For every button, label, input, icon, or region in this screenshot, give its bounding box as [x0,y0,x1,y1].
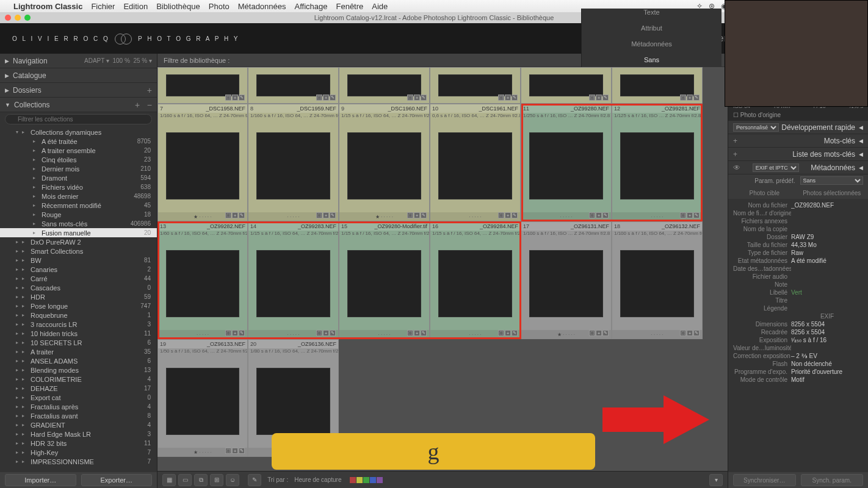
collection-item[interactable]: ▸▸HDR59 [0,292,157,301]
collection-item[interactable]: ▸▸High-Key7 [0,448,157,457]
sync-settings-button[interactable]: Synch. param. [801,474,864,486]
target-photo-button[interactable]: Photo cible [733,190,796,196]
collection-item[interactable]: ▸Sans mots-clés406986 [0,219,157,228]
collection-item[interactable]: ▸▸10 SECRETS LR6 [0,338,157,347]
grid-cell[interactable]: ⬚+✎ [157,67,248,104]
grid-cell[interactable]: 17_OZ96131.NEF 1/100 s à f / 16, ISO … Z… [521,221,612,339]
collection-item[interactable]: ▸▸BW81 [0,256,157,265]
panel-quickdev[interactable]: Personnalisé Développement rapide◀ [728,121,868,134]
menu-item[interactable]: Aide [372,2,388,11]
panel-catalogue[interactable]: ▶Catalogue [0,68,157,83]
collection-item[interactable]: ▸Cinq étoiles23 [0,155,157,164]
view-grid-icon[interactable]: ▦ [162,474,176,486]
collection-item[interactable]: ▸▸Cascades0 [0,283,157,292]
collection-item[interactable]: ▸▸Roquebrune1 [0,310,157,320]
grid-cell[interactable]: 13_OZ99282.NEF 1/60 s à f / 16, ISO 64, … [157,221,248,339]
collection-item[interactable]: ▸Rouge18 [0,210,157,219]
selected-photos-button[interactable]: Photos sélectionnées [801,190,864,196]
collection-item[interactable]: ▸▸Carré44 [0,274,157,283]
grid-cell[interactable]: 9_DSC1960.NEF 1/15 s à f / 16, ISO 64, …… [339,104,430,221]
collection-item[interactable]: ▸▸Fractalius après4 [0,402,157,411]
original-photo-checkbox[interactable]: ☐ Photo d'origine [733,109,863,118]
menu-item[interactable]: Fichier [91,2,115,11]
export-button[interactable]: Exporter… [81,474,153,486]
grid-cell[interactable]: 12_OZ99281.NEF 1/125 s à f / 16, ISO … Z… [612,104,703,221]
menu-item[interactable]: Edition [123,2,148,11]
panel-dossiers[interactable]: ▶Dossiers+ [0,83,157,98]
collection-item[interactable]: ▸▸10 hidden tricks11 [0,329,157,338]
collection-item[interactable]: ▸▸ANSEL ADAMS6 [0,356,157,365]
collection-item[interactable]: ▸▸Hard Edge Mask LR3 [0,429,157,439]
collection-item[interactable]: ▸Mois dernier48698 [0,192,157,201]
collection-item[interactable]: ▸Fichiers vidéo638 [0,182,157,192]
panel-metadata[interactable]: 👁 EXIF et IPTC Métadonnées◀ [728,161,868,174]
painter-icon[interactable]: ✎ [248,474,261,486]
collection-item[interactable]: ▸▸GRADIENT4 [0,420,157,429]
menu-item[interactable]: Fenêtre [336,2,363,11]
collection-item[interactable]: ▸▸Fractalius avant8 [0,411,157,420]
view-loupe-icon[interactable]: ▭ [178,474,192,486]
collection-item[interactable]: ▸▸Pose longue747 [0,301,157,310]
collection-item[interactable]: ▸▸Export cat0 [0,393,157,402]
collection-item[interactable]: ▸▸COLORIMETRIE4 [0,375,157,384]
grid-cell[interactable]: ⬚+✎ [248,67,339,104]
close-window[interactable] [5,15,11,21]
collection-item[interactable]: ▸▸Smart Collections [0,246,157,256]
collection-item[interactable]: ▸▸Blending modes13 [0,365,157,375]
collection-item[interactable]: ▸▸DxO PureRAW 2 [0,237,157,246]
filter-tab-text[interactable]: Texte [643,9,659,16]
color-label-swatches[interactable] [350,477,383,483]
panel-keyword-list[interactable]: + Liste des mots-clés◀ [728,148,868,161]
view-survey-icon[interactable]: ⊞ [210,474,223,486]
collection-item[interactable]: ▸A été traitée8705 [0,137,157,146]
metadata-view-select[interactable]: EXIF et IPTC [753,163,799,172]
collection-item[interactable]: ▸Dernier mois210 [0,164,157,173]
sync-button[interactable]: Synchroniser… [733,474,796,486]
collection-item[interactable]: ▾▸Collections dynamiques [0,127,157,137]
import-button[interactable]: Importer… [5,474,76,486]
grid-cell[interactable]: ⬚+✎ [430,67,521,104]
grid-cell[interactable]: 14_OZ99283.NEF 1/15 s à f / 16, ISO 64, … [248,221,339,339]
grid-cell[interactable]: 11_OZ99280.NEF 1/250 s à f / 16, ISO … Z… [521,104,612,221]
collection-item[interactable]: ▸▸3 raccourcis LR3 [0,320,157,329]
grid-cell[interactable]: 15_OZ99280-Modifier.tif 1/15 s à f / 16,… [339,221,430,339]
filter-tab-metadata[interactable]: Métadonnées [631,40,672,48]
grid-cell[interactable]: 19_OZ96133.NEF 1/50 s à f / 16, ISO 64, … [157,339,248,457]
minimize-window[interactable] [15,15,21,21]
menu-item[interactable]: Bibliothèque [156,2,200,11]
menu-item[interactable]: Métadonnées [238,2,286,11]
metadata-preset-select[interactable]: Sans [800,176,864,185]
view-people-icon[interactable]: ☺ [226,474,239,486]
collection-item[interactable]: ▸Dramont594 [0,173,157,182]
menu-item[interactable]: Photo [209,2,230,11]
panel-collections[interactable]: ▼Collections+ − [0,98,157,112]
menu-app[interactable]: Lightroom Classic [13,2,82,11]
sort-value[interactable]: Heure de capture [294,476,341,483]
grid-cell[interactable]: 8_DSC1959.NEF 1/160 s à f / 16, ISO 64, … [248,104,339,221]
panel-keywords[interactable]: + Mots-clés◀ [728,134,868,148]
grid-cell[interactable]: 16_OZ99284.NEF 1/15 s à f / 16, ISO 64, … [430,221,521,339]
grid-cell[interactable]: ⬚+✎ [521,67,612,104]
menu-item[interactable]: Affichage [295,2,328,11]
collection-item[interactable]: ▸▸A traiter35 [0,347,157,356]
collection-item[interactable]: ▸▸IMPRESSIONNISME7 [0,457,157,466]
grid-cell[interactable]: 18_OZ96132.NEF 1/100 s à f / 16, ISO 64,… [612,221,703,339]
grid-cell[interactable]: 7_DSC1958.NEF 1/160 s à f / 16, ISO 64, … [157,104,248,221]
filter-tab-attribute[interactable]: Attribut [641,24,662,32]
collections-search[interactable] [5,114,152,124]
thumbnail-size-down[interactable]: ▾ [709,474,723,486]
collection-item[interactable]: ▸▸Canaries2 [0,265,157,274]
collection-item[interactable]: ▸Fusion manuelle20 [0,228,157,237]
grid-cell[interactable]: ⬚+✎ [612,67,703,104]
view-compare-icon[interactable]: ⧉ [194,474,208,486]
collection-item[interactable]: ▸A traiter ensemble20 [0,146,157,155]
filter-tab-none[interactable]: Sans [644,56,659,63]
panel-navigation[interactable]: ▶Navigation ADAPT ▾ 100 % 25 % ▾ [0,54,157,68]
grid-cell[interactable]: 10_DSC1961.NEF 0,6 s à f / 16, ISO 64, …… [430,104,521,221]
collection-item[interactable]: ▸▸HDR 32 bits11 [0,439,157,448]
grid-cell[interactable]: ⬚+✎ [339,67,430,104]
collection-item[interactable]: ▸▸DEHAZE17 [0,384,157,393]
collection-item[interactable]: ▸Récemment modifié45 [0,201,157,210]
quickdev-preset[interactable]: Personnalisé [733,123,779,132]
maximize-window[interactable] [24,15,31,21]
